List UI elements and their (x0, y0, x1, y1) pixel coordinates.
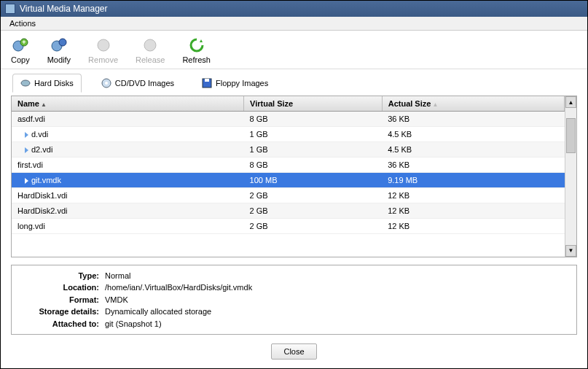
cell-name: d.vdi (12, 127, 244, 142)
col-virtual-size[interactable]: Virtual Size (244, 96, 383, 112)
cell-name: long.vdi (12, 219, 244, 234)
cell-asize: 12 KB (382, 203, 564, 219)
release-button: Release (131, 35, 169, 66)
table-row[interactable]: long.vdi2 GB12 KB (12, 219, 565, 234)
col-name[interactable]: Name▲ (12, 96, 244, 112)
cell-asize: 36 KB (382, 158, 564, 173)
toolbar: + Copy Modify Remove Release Re (1, 31, 587, 69)
expand-icon[interactable] (25, 132, 28, 138)
release-icon (141, 36, 159, 54)
scroll-down-button[interactable]: ▼ (565, 245, 576, 257)
cell-name: HardDisk1.vdi (12, 188, 244, 203)
menu-actions[interactable]: Actions (7, 18, 39, 29)
titlebar[interactable]: Virtual Media Manager (1, 1, 587, 17)
copy-icon: + (12, 36, 29, 54)
cell-name: git.vmdk (12, 173, 244, 188)
close-button[interactable]: Close (271, 343, 316, 360)
scroll-up-button[interactable]: ▲ (565, 96, 576, 108)
label-type: Type: (19, 270, 99, 282)
cell-vsize: 8 GB (244, 158, 383, 173)
virtual-media-manager-window: Virtual Media Manager Actions + Copy Mod… (0, 0, 588, 369)
tabs: Hard Disks CD/DVD Images Floppy Images (1, 69, 587, 93)
cell-vsize: 100 MB (244, 173, 383, 188)
cell-asize: 9.19 MB (382, 173, 564, 188)
tab-floppy[interactable]: Floppy Images (194, 74, 276, 93)
svg-point-5 (98, 39, 109, 51)
cell-asize: 12 KB (382, 188, 564, 203)
value-storage: Dynamically allocated storage (105, 306, 211, 318)
cell-vsize: 1 GB (244, 127, 383, 142)
floppy-icon (202, 78, 212, 88)
value-format: VMDK (105, 294, 128, 306)
cell-asize: 12 KB (382, 219, 564, 234)
table-row[interactable]: first.vdi8 GB36 KB (12, 158, 565, 173)
value-location: /home/ian/.VirtualBox/HardDisks/git.vmdk (105, 281, 252, 294)
hdd-icon (20, 78, 31, 88)
modify-icon (50, 36, 68, 54)
cd-icon (101, 78, 111, 88)
footer: Close (1, 335, 587, 368)
label-format: Format: (19, 294, 99, 306)
cell-asize: 4.5 KB (382, 142, 564, 158)
cell-vsize: 1 GB (244, 142, 383, 158)
label-location: Location: (19, 281, 99, 294)
col-actual-size[interactable]: Actual Size▲ (382, 96, 564, 112)
cell-vsize: 2 GB (244, 203, 383, 219)
table-row[interactable]: HardDisk2.vdi2 GB12 KB (12, 203, 565, 219)
expand-icon[interactable] (25, 147, 28, 153)
table-row[interactable]: HardDisk1.vdi2 GB12 KB (12, 188, 565, 203)
tab-hard-disks[interactable]: Hard Disks (12, 74, 82, 93)
table-row[interactable]: d2.vdi1 GB4.5 KB (12, 142, 565, 158)
cell-name: d2.vdi (12, 142, 244, 158)
svg-point-6 (144, 39, 156, 51)
table-row[interactable]: git.vmdk100 MB9.19 MB (12, 173, 565, 188)
table-row[interactable]: asdf.vdi8 GB36 KB (12, 112, 565, 127)
svg-rect-11 (205, 79, 209, 82)
app-icon (5, 4, 15, 14)
svg-point-7 (21, 80, 30, 86)
expand-icon[interactable] (25, 178, 28, 184)
remove-button: Remove (84, 35, 122, 66)
cell-asize: 36 KB (382, 112, 564, 127)
label-attached: Attached to: (19, 318, 99, 330)
media-table: Name▲ Virtual Size Actual Size▲ asdf.vdi… (12, 96, 565, 234)
scroll-thumb[interactable] (566, 118, 576, 153)
menubar: Actions (1, 17, 587, 31)
cell-name: first.vdi (12, 158, 244, 173)
cell-vsize: 2 GB (244, 219, 383, 234)
media-table-frame: Name▲ Virtual Size Actual Size▲ asdf.vdi… (11, 96, 577, 257)
sort-asc-icon: ▲ (41, 101, 47, 108)
window-title: Virtual Media Manager (20, 4, 108, 14)
cell-vsize: 2 GB (244, 188, 383, 203)
sort-asc-icon: ▲ (432, 101, 438, 108)
cell-vsize: 8 GB (244, 112, 383, 127)
content: Name▲ Virtual Size Actual Size▲ asdf.vdi… (1, 93, 587, 335)
copy-button[interactable]: + Copy (7, 35, 34, 66)
details-panel: Type:Normal Location:/home/ian/.VirtualB… (11, 265, 577, 335)
remove-icon (95, 36, 112, 54)
cell-name: asdf.vdi (12, 112, 244, 127)
cell-name: HardDisk2.vdi (12, 203, 244, 219)
svg-point-4 (59, 39, 66, 46)
refresh-button[interactable]: Refresh (178, 35, 215, 66)
svg-point-9 (105, 82, 108, 85)
refresh-icon (188, 36, 205, 54)
cell-asize: 4.5 KB (382, 127, 564, 142)
table-row[interactable]: d.vdi1 GB4.5 KB (12, 127, 565, 142)
value-type: Normal (105, 270, 130, 282)
vertical-scrollbar[interactable]: ▲ ▼ (565, 96, 576, 257)
value-attached: git (Snapshot 1) (105, 318, 162, 330)
tab-cd-dvd[interactable]: CD/DVD Images (93, 74, 182, 93)
modify-button[interactable]: Modify (43, 35, 75, 66)
svg-text:+: + (22, 39, 26, 46)
label-storage: Storage details: (19, 306, 99, 318)
